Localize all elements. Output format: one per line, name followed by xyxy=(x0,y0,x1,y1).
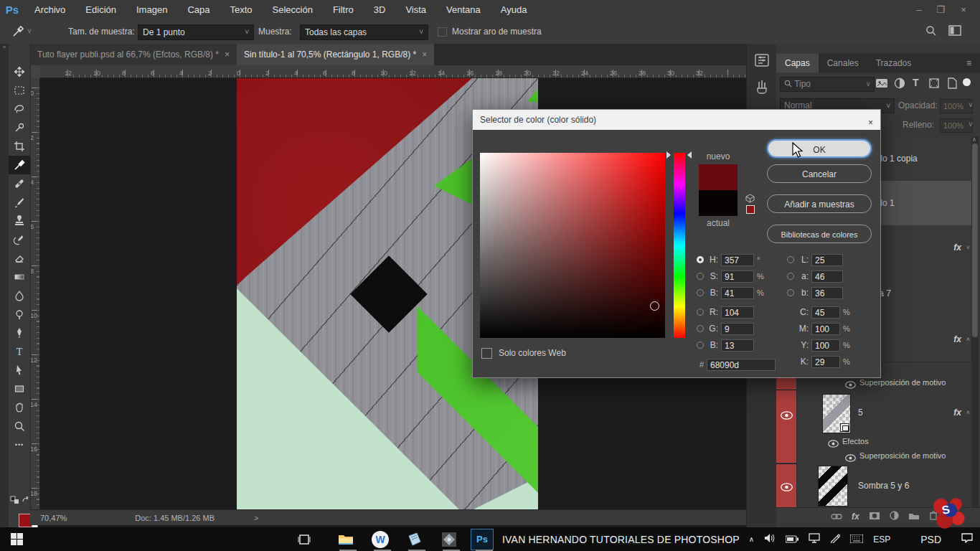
menu-texto[interactable]: Texto xyxy=(220,0,262,19)
ok-button[interactable]: OK xyxy=(767,139,872,158)
fx-badge[interactable]: fx xyxy=(953,408,961,418)
task-view-button[interactable] xyxy=(291,527,317,551)
notification-center-icon[interactable] xyxy=(961,532,973,546)
color-libraries-button[interactable]: Bibliotecas de colores xyxy=(767,225,872,243)
radio-g[interactable] xyxy=(697,325,704,332)
file-explorer-icon[interactable] xyxy=(333,527,359,551)
field-lab-b[interactable]: b: 36 xyxy=(787,286,843,299)
minimize-button[interactable]: – xyxy=(908,0,930,19)
visibility-eye-icon[interactable] xyxy=(781,481,793,494)
eyedropper-options-icon[interactable] xyxy=(11,25,24,41)
menu-edicion[interactable]: Edición xyxy=(75,0,126,19)
field-b-rgb[interactable]: B: 13 xyxy=(697,339,754,352)
effect-row-motivo[interactable]: Superposición de motivo xyxy=(776,376,971,392)
quick-selection-tool[interactable] xyxy=(9,118,30,137)
photoshop-taskbar-icon[interactable]: Ps xyxy=(471,529,494,550)
tab-trazados[interactable]: Trazados xyxy=(867,54,920,72)
color-field-marker[interactable] xyxy=(650,301,659,311)
field-k[interactable]: K:29% xyxy=(797,355,850,368)
add-mask-icon[interactable] xyxy=(869,510,880,523)
add-to-swatches-button[interactable]: Añadir a muestras xyxy=(767,194,872,213)
shape-tool[interactable] xyxy=(9,380,30,398)
pen-tray-icon[interactable] xyxy=(830,533,840,546)
pen-tool[interactable] xyxy=(9,324,30,342)
visibility-eye-icon[interactable] xyxy=(845,379,856,392)
new-group-icon[interactable] xyxy=(908,510,920,523)
hue-slider[interactable] xyxy=(674,153,685,338)
menu-vista[interactable]: Vista xyxy=(395,0,436,19)
field-b[interactable]: B: 41% xyxy=(697,286,764,299)
taskbar-window-title[interactable]: IVAN HERNANDO TUTORIALES DE PHOTOSHOP xyxy=(502,534,740,545)
link-layers-icon[interactable] xyxy=(831,510,842,523)
scroll-up-icon[interactable]: ∧ xyxy=(972,136,976,143)
menu-capa[interactable]: Capa xyxy=(177,0,220,19)
layer-thumbnail[interactable] xyxy=(818,466,848,507)
web-safe-swatch-icon[interactable] xyxy=(746,205,755,214)
network-display-icon[interactable] xyxy=(809,533,820,546)
radio-s[interactable] xyxy=(697,273,704,280)
lasso-tool[interactable] xyxy=(9,100,30,118)
sample-size-select[interactable]: De 1 punto ˅ xyxy=(138,24,254,40)
tab-sin-titulo[interactable]: Sin título-1 al 70,5% (Rectángulo 1, RGB… xyxy=(237,44,434,65)
hex-value[interactable]: 68090d xyxy=(707,359,776,371)
hue-slider-right-arrow[interactable] xyxy=(687,151,692,159)
radio-b-rgb[interactable] xyxy=(697,342,704,349)
panel-menu-icon[interactable]: ≡ xyxy=(958,54,980,72)
menu-seleccion[interactable]: Selección xyxy=(263,0,323,19)
filter-pixel-icon[interactable] xyxy=(875,77,888,92)
type-tool[interactable]: T xyxy=(9,342,30,361)
effect-row-motivo-2[interactable]: Superposición de motivo xyxy=(776,449,971,464)
clone-stamp-tool[interactable] xyxy=(9,212,30,230)
workspace-icon[interactable] xyxy=(948,25,961,39)
fx-badge[interactable]: fx xyxy=(953,334,961,344)
layer-filter-select[interactable]: Tipo ˅ xyxy=(780,77,875,92)
dialog-close-icon[interactable]: × xyxy=(861,113,873,133)
radio-h[interactable] xyxy=(697,256,704,263)
effect-row-efectos[interactable]: Efectos xyxy=(776,435,971,449)
sample-source-select[interactable]: Todas las capas ˅ xyxy=(300,24,428,40)
tab-capas[interactable]: Capas xyxy=(776,54,819,72)
chevron-up-icon[interactable]: ˄ xyxy=(966,409,970,416)
color-panel-dock-icon[interactable] xyxy=(751,50,773,71)
menu-ayuda[interactable]: Ayuda xyxy=(491,0,537,19)
eraser-tool[interactable] xyxy=(9,249,30,268)
field-a[interactable]: a: 46 xyxy=(787,270,843,283)
adjustment-layer-icon[interactable] xyxy=(890,510,899,523)
language-indicator[interactable]: ESP xyxy=(873,534,890,545)
move-tool[interactable] xyxy=(9,62,30,81)
layers-scrollbar[interactable]: ∧ xyxy=(971,136,979,507)
visibility-eye-icon[interactable] xyxy=(781,410,793,423)
close-tab-icon[interactable]: × xyxy=(225,44,230,65)
field-hex[interactable]: # 68090d xyxy=(697,358,776,371)
dodge-tool[interactable] xyxy=(9,305,30,324)
web-colors-checkbox[interactable] xyxy=(481,348,492,359)
menu-ventana[interactable]: Ventana xyxy=(436,0,491,19)
history-brush-tool[interactable] xyxy=(9,230,30,249)
brush-tool[interactable] xyxy=(9,193,30,212)
filter-shape-icon[interactable] xyxy=(928,77,940,92)
add-layer-style-icon[interactable]: fx xyxy=(852,512,859,522)
menu-3d[interactable]: 3D xyxy=(364,0,396,19)
color-field[interactable] xyxy=(480,153,665,338)
gradient-tool[interactable] xyxy=(9,268,30,286)
notes-app-icon[interactable] xyxy=(402,527,428,551)
field-c[interactable]: C:45% xyxy=(797,306,850,319)
status-chevron-icon[interactable]: > xyxy=(254,514,258,522)
zoom-tool[interactable] xyxy=(9,417,30,435)
start-button[interactable] xyxy=(0,527,33,551)
filter-smartobject-icon[interactable] xyxy=(947,77,957,92)
hue-slider-left-arrow[interactable] xyxy=(666,151,671,159)
search-icon[interactable] xyxy=(925,25,937,39)
radio-b[interactable] xyxy=(697,289,704,296)
field-r[interactable]: R: 104 xyxy=(697,306,754,319)
field-m[interactable]: M:100% xyxy=(797,322,850,335)
show-ring-checkbox[interactable] xyxy=(438,27,447,37)
layer-row-5[interactable]: 5 fx ˄ xyxy=(776,392,971,435)
gamut-cube-icon[interactable] xyxy=(745,193,755,206)
filter-adjustment-icon[interactable] xyxy=(894,77,905,92)
web-colors-only[interactable]: Solo colores Web xyxy=(481,347,566,359)
filter-toggle[interactable] xyxy=(963,78,971,86)
fx-badge[interactable]: fx xyxy=(953,242,961,253)
menu-archivo[interactable]: Archivo xyxy=(24,0,75,19)
radio-r[interactable] xyxy=(697,309,704,316)
